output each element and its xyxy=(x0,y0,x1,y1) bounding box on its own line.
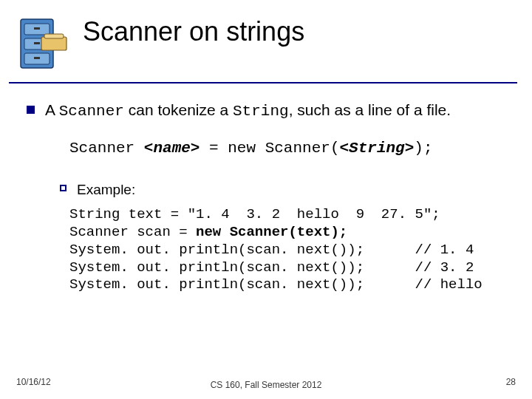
code-text: = new Scanner( xyxy=(200,140,339,157)
code-line-5: System. out. println(scan. next()); xyxy=(69,276,364,293)
code-text: Scanner xyxy=(69,140,144,157)
placeholder-name: <name> xyxy=(144,140,200,157)
svg-rect-6 xyxy=(34,27,40,30)
footer-course: CS 160, Fall Semester 2012 xyxy=(0,380,532,390)
text: , such as a line of a file. xyxy=(289,101,451,118)
code-comment-4: // 3. 2 xyxy=(415,259,474,276)
title-underline xyxy=(9,82,517,83)
placeholder-string: <String> xyxy=(339,140,414,157)
slide: Scanner on strings A Scanner can tokeniz… xyxy=(0,0,532,399)
file-cabinet-icon xyxy=(13,16,71,74)
svg-rect-5 xyxy=(44,34,64,38)
svg-rect-4 xyxy=(41,37,66,50)
code-comment-3: // 1. 4 xyxy=(415,242,474,258)
bullet-square-icon xyxy=(27,106,35,114)
bullet-level-2: Example: xyxy=(60,180,510,200)
inline-code: Scanner xyxy=(59,103,124,120)
example-label: Example: xyxy=(77,180,135,200)
text: A xyxy=(45,101,59,118)
bullet-level-1: A Scanner can tokenize a String, such as… xyxy=(27,100,510,122)
bullet-1-text: A Scanner can tokenize a String, such as… xyxy=(45,100,451,122)
code-comment-5: // hello xyxy=(415,276,482,293)
bullet-square-outline-icon xyxy=(60,185,66,191)
code-line-4: System. out. println(scan. next()); xyxy=(69,259,364,276)
syntax-line: Scanner <name> = new Scanner(<String>); xyxy=(69,138,510,159)
code-line-2b: new Scanner(text); xyxy=(196,224,347,240)
code-line-1: String text = "1. 4 3. 2 hello 9 27. 5"; xyxy=(69,206,440,222)
code-line-2a: Scanner scan = xyxy=(69,224,196,240)
slide-footer: 10/16/12 CS 160, Fall Semester 2012 28 xyxy=(0,372,532,390)
slide-title: Scanner on strings xyxy=(83,16,304,47)
svg-rect-7 xyxy=(34,42,40,44)
slide-body: A Scanner can tokenize a String, such as… xyxy=(27,100,510,294)
title-area: Scanner on strings xyxy=(9,12,517,82)
svg-rect-8 xyxy=(34,57,40,59)
footer-page-number: 28 xyxy=(506,377,516,387)
code-line-3: System. out. println(scan. next()); xyxy=(69,242,364,258)
code-block: String text = "1. 4 3. 2 hello 9 27. 5";… xyxy=(69,206,510,294)
inline-code: String xyxy=(233,103,289,120)
code-text: ); xyxy=(414,140,432,157)
text: can tokenize a xyxy=(124,101,233,118)
